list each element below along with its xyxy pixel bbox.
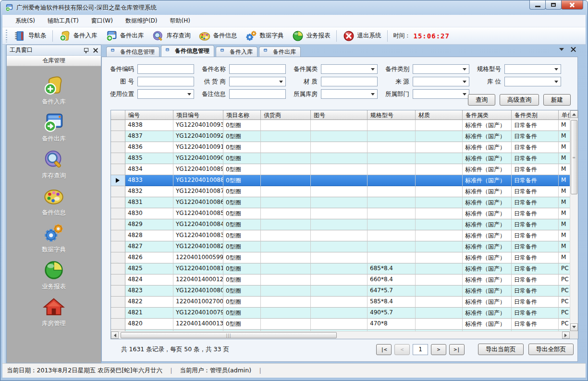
column-header-0[interactable]: 编号 <box>125 110 173 120</box>
tab-0[interactable]: 备件信息管理 <box>106 47 159 57</box>
menu-item-3[interactable]: 数据维护(D) <box>119 15 164 27</box>
toolbar-button-7[interactable]: 退出系统 <box>339 29 385 43</box>
row-indicator[interactable] <box>111 230 125 241</box>
scroll-down-button[interactable] <box>570 323 578 331</box>
advanced-query-button[interactable]: 高级查询 <box>500 94 539 106</box>
horizontal-scrollbar[interactable]: ||| <box>111 331 570 339</box>
table-row-4837[interactable]: 4837YG122040100920型圈标准件（国产）日常备件M <box>111 131 570 142</box>
export-current-page-button[interactable]: 导出当前页 <box>478 344 524 355</box>
table-row-4829[interactable]: 4829YG122040100840型圈标准件（国产）日常备件M <box>111 219 570 230</box>
toolbar-button-1[interactable]: 备件入库 <box>55 29 101 43</box>
field-select-0-3[interactable] <box>413 64 469 74</box>
toolbar-button-3[interactable]: 库存查询 <box>148 29 195 43</box>
field-select-1-1[interactable] <box>229 77 286 86</box>
table-row-4821[interactable]: 4821YG122040100790型圈490*5.7标准件（国产）日常备件PC <box>111 308 570 319</box>
row-indicator[interactable] <box>111 274 125 286</box>
tab-3[interactable]: 备件出库 <box>259 47 301 57</box>
toolbar-button-4[interactable]: 备件信息 <box>195 29 241 43</box>
row-indicator[interactable] <box>111 197 125 208</box>
column-header-5[interactable]: 规格型号 <box>368 110 416 120</box>
sidebar-item-0[interactable]: 备件入库 <box>42 74 66 106</box>
table-row-4838[interactable]: 4838YG122040100930型圈标准件（国产）日常备件M <box>111 120 570 131</box>
row-indicator[interactable] <box>111 131 125 142</box>
field-select-0-2[interactable] <box>321 64 378 74</box>
sidebar-item-3[interactable]: 备件信息 <box>42 185 66 217</box>
new-button[interactable]: 新建 <box>543 94 571 106</box>
field-select-1-3[interactable] <box>413 77 469 86</box>
column-header-8[interactable]: 备件类别 <box>512 110 559 120</box>
table-row-4833[interactable]: 4833YG122040100880型圈标准件（国产）日常备件M <box>111 175 570 186</box>
toolbar-button-0[interactable]: 导航条 <box>10 29 50 43</box>
row-indicator[interactable] <box>111 286 125 297</box>
table-row-4824[interactable]: 482412204014000120型圈660*8.4标准件（国产）日常备件PC <box>111 274 570 286</box>
field-select-2-3[interactable] <box>413 89 469 99</box>
table-row-4827[interactable]: 4827YG122040100820型圈标准件（国产）日常备件M <box>111 241 570 252</box>
sidebar-item-6[interactable]: 库房管理 <box>42 296 66 328</box>
menu-item-4[interactable]: 帮助(H) <box>164 15 196 27</box>
table-row-4830[interactable]: 4830YG122040100850型圈标准件（国产）日常备件M <box>111 208 570 219</box>
row-indicator[interactable] <box>111 142 125 153</box>
row-indicator[interactable] <box>111 219 125 230</box>
table-row-4820[interactable]: 482012204014000130型圈470*8标准件（国产）日常备件PC <box>111 319 570 330</box>
vertical-scrollbar[interactable]: ≡ <box>570 110 578 331</box>
menu-item-1[interactable]: 辅助工具(T) <box>41 15 85 27</box>
table-row-4822[interactable]: 482212204010027000型圈585*8.4标准件（国产）日常备件PC <box>111 297 570 308</box>
field-input-0-1[interactable] <box>229 64 286 74</box>
row-indicator[interactable] <box>111 319 125 330</box>
row-indicator[interactable] <box>111 297 125 308</box>
sidebar-item-4[interactable]: 数据字典 <box>42 222 66 254</box>
horizontal-scroll-thumb[interactable]: ||| <box>121 332 337 338</box>
field-input-1-2[interactable] <box>321 77 378 86</box>
toolbar-grip[interactable] <box>6 30 7 42</box>
field-input-0-0[interactable] <box>137 64 194 74</box>
row-indicator[interactable] <box>111 120 125 131</box>
row-indicator[interactable] <box>111 241 125 252</box>
menu-item-2[interactable]: 窗口(W) <box>85 15 119 27</box>
column-header-6[interactable]: 材质 <box>416 110 463 120</box>
column-header-3[interactable]: 供货商 <box>261 110 311 120</box>
scroll-left-button[interactable] <box>111 332 119 339</box>
tab-close-icon[interactable] <box>571 47 576 52</box>
field-select-2-0[interactable] <box>137 89 194 99</box>
next-page-button[interactable]: > <box>431 344 446 355</box>
row-indicator[interactable] <box>111 263 125 274</box>
table-row-4836[interactable]: 4836YG122040100910型圈标准件（国产）日常备件M <box>111 142 570 153</box>
field-select-2-2[interactable] <box>321 89 378 99</box>
pin-icon[interactable] <box>84 48 88 53</box>
row-indicator[interactable] <box>111 153 125 164</box>
toolbar-button-5[interactable]: 数据字典 <box>241 29 288 43</box>
table-row-4823[interactable]: 4823YG122040100800型圈647*5.7标准件（国产）日常备件PC <box>111 286 570 297</box>
table-row-4825[interactable]: 4825YG122040100810型圈685*8.4标准件（国产）日常备件PC <box>111 263 570 274</box>
menu-item-0[interactable]: 系统(S) <box>9 15 41 27</box>
panel-close-icon[interactable] <box>93 48 98 53</box>
field-input-2-1[interactable] <box>229 89 286 99</box>
maximize-button[interactable] <box>545 0 562 10</box>
page-number-input[interactable] <box>413 344 428 355</box>
row-indicator[interactable] <box>111 164 125 175</box>
row-indicator[interactable] <box>111 308 125 319</box>
row-indicator[interactable] <box>111 252 125 263</box>
chevron-down-icon[interactable] <box>559 48 564 53</box>
sidebar-item-5[interactable]: 业务报表 <box>42 259 66 291</box>
tab-2[interactable]: 备件入库 <box>216 47 257 57</box>
table-row-4834[interactable]: 4834YG122040100890型圈标准件（国产）日常备件M <box>111 164 570 175</box>
row-indicator[interactable] <box>111 208 125 219</box>
toolbar-button-2[interactable]: 备件出库 <box>101 29 148 43</box>
table-row-4826[interactable]: 482612204010005990型圈标准件（国产）日常备件M <box>111 252 570 263</box>
column-header-7[interactable]: 备件属类 <box>463 110 512 120</box>
close-button[interactable] <box>561 0 583 10</box>
scroll-up-button[interactable] <box>570 110 578 118</box>
sidebar-item-1[interactable]: 备件出库 <box>42 111 66 143</box>
row-indicator[interactable] <box>111 175 125 186</box>
scroll-right-button[interactable] <box>562 332 570 339</box>
table-row-4828[interactable]: 4828YG122040100830型圈标准件（国产）日常备件M <box>111 230 570 241</box>
field-input-1-0[interactable] <box>137 77 194 86</box>
export-all-pages-button[interactable]: 导出全部页 <box>528 344 574 355</box>
title-bar[interactable]: 广州爱奇迪软件科技有限公司-深田之星仓库管理系统 <box>0 0 588 15</box>
column-header-4[interactable]: 图号 <box>311 110 368 120</box>
row-indicator[interactable] <box>111 186 125 197</box>
minimize-button[interactable] <box>529 0 546 10</box>
query-button[interactable]: 查询 <box>468 94 495 106</box>
column-header-1[interactable]: 项目编号 <box>173 110 223 120</box>
table-row-4832[interactable]: 4832YG122040100870型圈标准件（国产）日常备件M <box>111 186 570 197</box>
